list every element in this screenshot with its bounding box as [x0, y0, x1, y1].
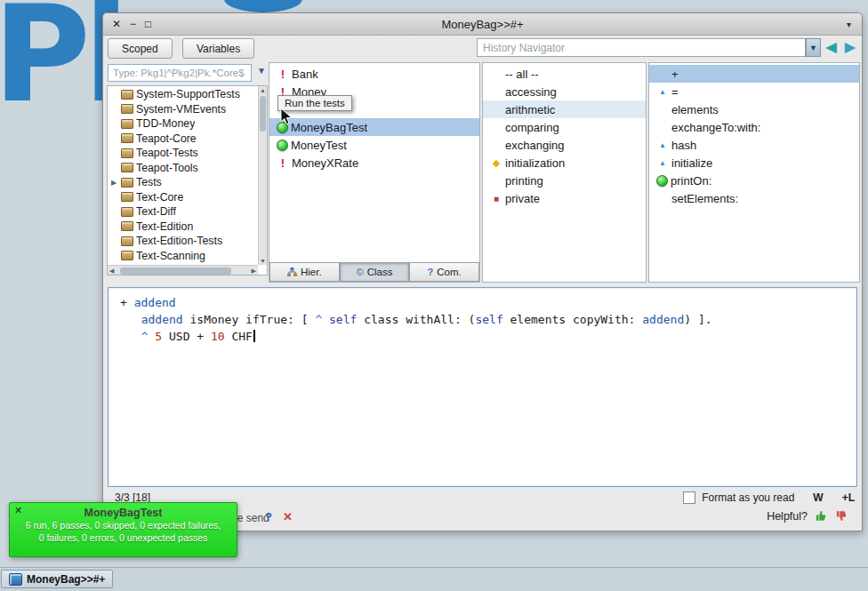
dismiss-icon[interactable]: ✕: [283, 510, 293, 523]
package-name: System-VMEvents: [136, 103, 226, 116]
package-name: Text-Edition: [136, 220, 193, 233]
code-line[interactable]: ^ 5 USD + 10 CHF: [120, 328, 856, 345]
package-icon: [121, 207, 133, 217]
history-forward-icon[interactable]: ▶: [845, 39, 856, 55]
scroll-up-icon[interactable]: ▲: [260, 87, 266, 93]
protocol-list-item[interactable]: comparing: [483, 118, 646, 136]
package-icon: [121, 221, 133, 231]
package-name: Teapot-Core: [136, 132, 197, 145]
class-button-label: Class: [367, 267, 393, 277]
notification-title: MoneyBagTest: [10, 507, 237, 519]
class-list-item[interactable]: ! Bank: [269, 65, 479, 83]
test-result-notification[interactable]: ✕ MoneyBagTest 6 run, 6 passes, 0 skippe…: [9, 502, 237, 557]
protocol-list-item[interactable]: -- all --: [483, 65, 646, 83]
protocol-list-item[interactable]: ■ private: [483, 189, 646, 207]
browser-window: ✕ − □ MoneyBag>>#+ ▾ Scoped Variables ▼ …: [102, 12, 863, 531]
override-icon: ▲: [656, 88, 669, 96]
comment-view-button[interactable]: ? Com.: [409, 262, 479, 282]
protocol-list-item[interactable]: printing: [483, 172, 646, 189]
hierarchy-view-button[interactable]: Hier.: [269, 262, 340, 282]
package-list-item[interactable]: System-SupportTests: [108, 87, 258, 102]
override-icon: ▲: [656, 159, 669, 167]
package-list-item[interactable]: Text-Scanning: [108, 249, 258, 264]
window-icon: [9, 573, 22, 586]
method-name: =: [671, 85, 679, 99]
expander-icon[interactable]: ▶: [111, 179, 121, 187]
thumbs-up-icon[interactable]: [815, 509, 828, 523]
run-tests-icon[interactable]: [277, 140, 288, 151]
code-line[interactable]: + addend: [120, 294, 856, 311]
package-name: Tests: [136, 176, 162, 188]
vertical-scrollbar[interactable]: ▲ ▼: [258, 86, 267, 265]
package-icon: [121, 163, 133, 172]
code-editor[interactable]: + addendaddend isMoney ifTrue: [ ^ self …: [108, 287, 857, 487]
desktop: Pharo ✕ − □ MoneyBag>>#+ ▾ Scoped Variab…: [0, 0, 868, 591]
protocol-list-item[interactable]: exchanging: [483, 136, 646, 154]
package-list-item[interactable]: Text-Core: [108, 190, 258, 205]
notification-line2: 0 failures, 0 errors, 0 unexpected passe…: [10, 531, 237, 544]
package-list-item[interactable]: Text-Diff: [108, 204, 258, 220]
variables-button[interactable]: Variables: [182, 38, 254, 59]
package-filter-dropdown-icon[interactable]: ▼: [255, 66, 268, 76]
scroll-down-icon[interactable]: ▼: [260, 258, 266, 264]
thumbs-down-icon[interactable]: [835, 509, 848, 523]
protocol-name: accessing: [505, 85, 557, 99]
scrollbar-thumb[interactable]: [120, 268, 231, 275]
package-name: Text-Core: [136, 191, 183, 204]
method-list-item[interactable]: ▲ initialize: [649, 154, 859, 172]
package-icon: [121, 192, 133, 202]
code-line[interactable]: addend isMoney ifTrue: [ ^ self class wi…: [120, 311, 856, 328]
scroll-left-icon[interactable]: ◀: [109, 268, 114, 274]
taskbar-item[interactable]: MoneyBag>>#+: [1, 570, 113, 588]
method-list-item[interactable]: elements: [649, 100, 859, 118]
package-name: Text-Diff: [136, 205, 176, 218]
class-list: ! Bank ! Money MoneyBagTest MoneyTest ! …: [269, 63, 479, 262]
add-lint-button[interactable]: +L: [842, 491, 855, 504]
format-checkbox[interactable]: [683, 491, 695, 504]
package-list-item[interactable]: TDD-Money: [108, 116, 258, 132]
method-list: + ▲ = elements exchangeTo:with: ▲ hash: [649, 63, 859, 282]
class-list-item[interactable]: MoneyTest: [269, 136, 479, 154]
help-icon[interactable]: ?: [265, 510, 272, 523]
package-list-item[interactable]: Teapot-Tools: [108, 161, 258, 176]
class-list-item[interactable]: MoneyBagTest: [269, 118, 479, 136]
package-icon: [121, 236, 133, 246]
package-filter-input[interactable]: [108, 64, 252, 82]
history-navigator-input[interactable]: [477, 38, 806, 57]
horizontal-scrollbar[interactable]: ◀ ▶: [108, 265, 258, 275]
package-name: Teapot-Tools: [136, 162, 198, 174]
class-list-item[interactable]: ! MoneyXRate: [269, 154, 479, 172]
method-list-item[interactable]: ▲ hash: [649, 136, 859, 154]
package-list-item[interactable]: Text-Edition: [108, 220, 258, 235]
package-list-item[interactable]: ▶ Tests: [108, 175, 258, 190]
title-bar[interactable]: ✕ − □ MoneyBag>>#+ ▾: [103, 13, 862, 36]
protocol-name: comparing: [505, 121, 559, 134]
protocol-list-item[interactable]: arithmetic: [483, 100, 646, 118]
scrollbar-thumb[interactable]: [260, 96, 266, 132]
method-name: hash: [671, 139, 696, 152]
protocol-list-item[interactable]: accessing: [483, 83, 646, 100]
window-menu-icon[interactable]: ▾: [847, 20, 851, 29]
scoped-button[interactable]: Scoped: [108, 38, 173, 59]
package-list-item[interactable]: Text-Edition-Tests: [108, 234, 258, 249]
method-list-item[interactable]: printOn:: [649, 172, 859, 189]
package-list-item[interactable]: Teapot-Core: [108, 132, 258, 147]
package-list-item[interactable]: System-VMEvents: [108, 102, 258, 117]
wrap-button[interactable]: W: [813, 491, 823, 504]
package-list-item[interactable]: Teapot-Tests: [108, 146, 258, 161]
class-view-button[interactable]: © Class: [340, 262, 410, 282]
hierarchy-icon: [287, 268, 297, 276]
notification-close-icon[interactable]: ✕: [14, 505, 22, 516]
history-dropdown-icon[interactable]: ▼: [806, 38, 821, 57]
method-list-item[interactable]: +: [649, 65, 859, 83]
comment-button-label: Com.: [437, 267, 461, 277]
method-list-item[interactable]: setElements:: [649, 189, 859, 207]
protocol-list-item[interactable]: ◆ initialization: [483, 154, 646, 172]
history-back-icon[interactable]: ◀: [826, 39, 837, 55]
method-list-item[interactable]: ▲ =: [649, 83, 859, 100]
taskbar: MoneyBag>>#+: [0, 567, 868, 591]
method-list-pane: + ▲ = elements exchangeTo:with: ▲ hash: [648, 62, 860, 283]
method-list-item[interactable]: exchangeTo:with:: [649, 118, 859, 136]
scroll-right-icon[interactable]: ▶: [252, 268, 256, 274]
protocol-name: arithmetic: [505, 103, 555, 116]
